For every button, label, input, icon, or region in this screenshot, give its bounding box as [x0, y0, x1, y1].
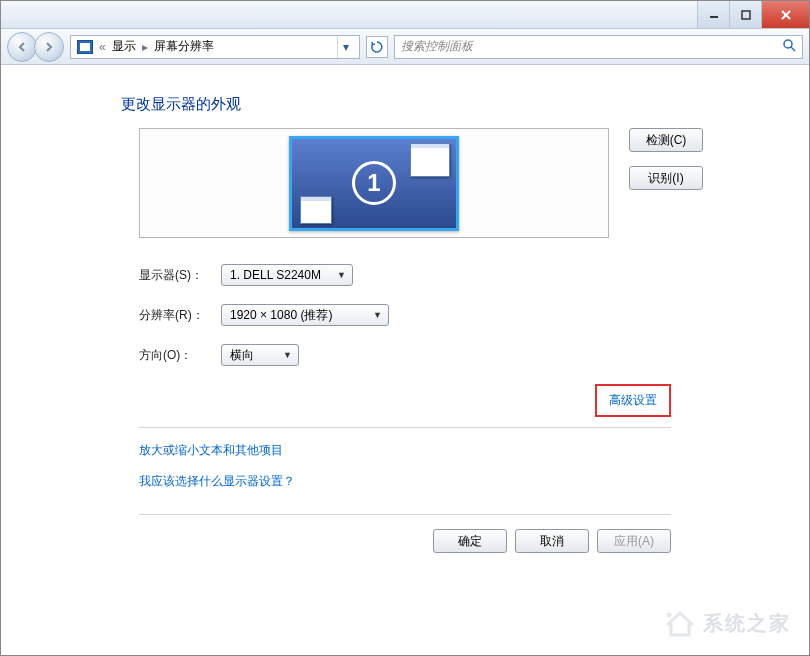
- search-icon[interactable]: [782, 38, 796, 55]
- which-monitor-link[interactable]: 我应该选择什么显示器设置？: [139, 473, 789, 490]
- resolution-select[interactable]: 1920 × 1080 (推荐) ▼: [221, 304, 389, 326]
- page-title: 更改显示器的外观: [121, 95, 789, 114]
- window-titlebar: [1, 1, 809, 29]
- chevron-down-icon: ▼: [337, 270, 346, 280]
- navigation-bar: « 显示 ▸ 屏幕分辨率 ▾ 搜索控制面板: [1, 29, 809, 65]
- resolution-value: 1920 × 1080 (推荐): [230, 307, 332, 324]
- display-value: 1. DELL S2240M: [230, 268, 321, 282]
- display-label: 显示器(S)：: [139, 267, 209, 284]
- refresh-button[interactable]: [366, 36, 388, 58]
- detect-button[interactable]: 检测(C): [629, 128, 703, 152]
- arrow-left-icon: [17, 42, 27, 52]
- cancel-button[interactable]: 取消: [515, 529, 589, 553]
- address-bar[interactable]: « 显示 ▸ 屏幕分辨率 ▾: [70, 35, 360, 59]
- search-box[interactable]: 搜索控制面板: [394, 35, 803, 59]
- watermark-text: 系统之家: [703, 610, 791, 637]
- svg-rect-1: [742, 11, 750, 19]
- orientation-label: 方向(O)：: [139, 347, 209, 364]
- monitor-thumbnail[interactable]: 1: [289, 136, 459, 231]
- maximize-button[interactable]: [729, 1, 761, 28]
- scale-text-link[interactable]: 放大或缩小文本和其他项目: [139, 442, 789, 459]
- nav-forward-button[interactable]: [34, 32, 64, 62]
- display-select[interactable]: 1. DELL S2240M ▼: [221, 264, 353, 286]
- watermark: 系统之家: [663, 609, 791, 637]
- close-button[interactable]: [761, 1, 809, 28]
- address-dropdown[interactable]: ▾: [337, 36, 353, 58]
- minimize-button[interactable]: [697, 1, 729, 28]
- advanced-settings-link[interactable]: 高级设置: [609, 393, 657, 407]
- orientation-select[interactable]: 横向 ▼: [221, 344, 299, 366]
- search-placeholder: 搜索控制面板: [401, 38, 473, 55]
- control-panel-icon: [77, 40, 93, 54]
- refresh-icon: [370, 40, 384, 54]
- breadcrumb-display[interactable]: 显示: [112, 38, 136, 55]
- chevron-down-icon: ▼: [373, 310, 382, 320]
- display-preview-panel[interactable]: 1: [139, 128, 609, 238]
- orientation-value: 横向: [230, 347, 254, 364]
- breadcrumb-prefix: «: [99, 40, 106, 54]
- monitor-number: 1: [352, 161, 396, 205]
- chevron-down-icon: ▼: [283, 350, 292, 360]
- nav-back-button[interactable]: [7, 32, 37, 62]
- apply-button[interactable]: 应用(A): [597, 529, 671, 553]
- svg-line-5: [791, 47, 795, 51]
- breadcrumb-resolution[interactable]: 屏幕分辨率: [154, 38, 214, 55]
- svg-point-4: [784, 40, 792, 48]
- footer-buttons: 确定 取消 应用(A): [139, 514, 671, 553]
- resolution-label: 分辨率(R)：: [139, 307, 209, 324]
- identify-button[interactable]: 识别(I): [629, 166, 703, 190]
- breadcrumb-separator: ▸: [142, 40, 148, 54]
- preview-window-icon: [410, 143, 450, 177]
- content-area: 更改显示器的外观 1 检测(C) 识别(I) 显示器(S)： 1. DELL S…: [1, 65, 809, 573]
- ok-button[interactable]: 确定: [433, 529, 507, 553]
- svg-point-6: [667, 613, 672, 618]
- highlight-box: 高级设置: [595, 384, 671, 417]
- house-icon: [663, 609, 697, 637]
- arrow-right-icon: [44, 42, 54, 52]
- divider: [139, 427, 671, 428]
- preview-window-icon: [300, 196, 332, 224]
